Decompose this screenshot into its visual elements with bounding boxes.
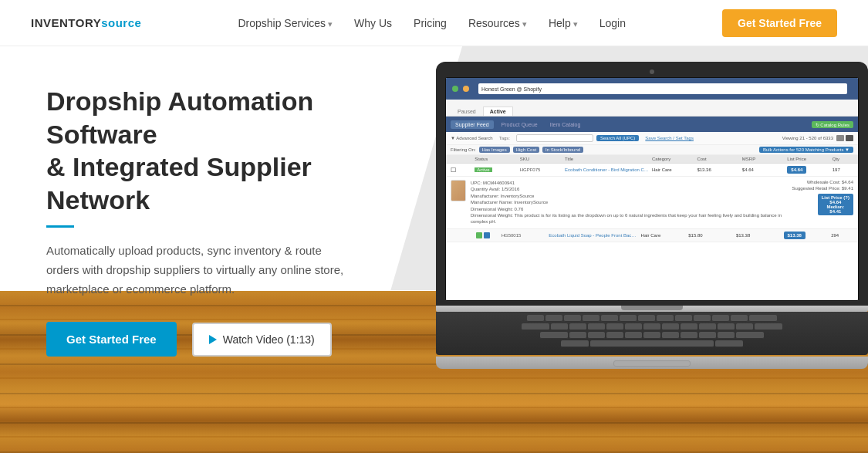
key — [583, 315, 599, 322]
screen-row2-icons — [476, 232, 498, 238]
key — [694, 315, 711, 322]
key — [540, 332, 568, 339]
nav-cta-button[interactable]: Get Started Free — [722, 9, 837, 37]
key — [522, 323, 549, 330]
laptop-touchpad — [613, 360, 691, 367]
screen-filtering-label: Filtering On: — [451, 147, 476, 152]
screen-product-image — [451, 180, 466, 201]
key — [718, 323, 735, 330]
screen-search-input[interactable] — [516, 134, 593, 142]
key — [755, 323, 782, 330]
key — [564, 315, 581, 322]
screen-product-upc-info: UPC: MCM44600941 Quantity Avail: 1/5/201… — [471, 180, 788, 225]
key — [675, 315, 692, 322]
key — [699, 323, 716, 330]
screen-col-title: Title — [565, 157, 649, 161]
screen-cell-qty: 197 — [833, 167, 853, 172]
key — [643, 323, 660, 330]
keyboard-row-3 — [451, 332, 853, 339]
key — [681, 332, 697, 339]
nav-link-dropship[interactable]: Dropship Services — [238, 17, 326, 29]
key — [662, 332, 679, 339]
key — [699, 332, 716, 339]
keyboard-row-4 — [451, 340, 853, 347]
nav-item-pricing[interactable]: Pricing — [414, 16, 447, 30]
screen-filter-badge-in-stock[interactable]: In Stock/Inbound — [542, 147, 583, 153]
screen-save-search-link[interactable]: Save Search / Set Tags — [645, 136, 694, 140]
screen-search-button[interactable]: Search All (UPC) — [596, 135, 639, 141]
key — [588, 323, 605, 330]
logo-inventory-text: INVENTORY — [31, 16, 101, 29]
screen-col-status: Status — [475, 157, 516, 161]
screen-filter-label: ▼ Advanced Search — [451, 136, 493, 140]
key — [620, 315, 637, 322]
key — [569, 332, 586, 339]
logo[interactable]: INVENTORYsource — [31, 16, 141, 29]
play-icon — [209, 335, 217, 344]
screen-tab-paused[interactable]: Paused — [451, 106, 483, 116]
watch-video-button[interactable]: Watch Video (1:13) — [192, 323, 332, 357]
screen-list-price-button[interactable]: $4.64 — [787, 166, 806, 174]
key — [625, 332, 642, 339]
laptop-keyboard — [436, 312, 868, 355]
nav-link-login[interactable]: Login — [599, 17, 626, 29]
screen-cell-category: Hair Care — [652, 167, 694, 172]
screen-list-view-icon[interactable] — [846, 135, 853, 141]
nav-item-login[interactable]: Login — [599, 16, 626, 30]
key — [712, 315, 729, 322]
key — [569, 323, 586, 330]
screen-filter-badge-high-cost[interactable]: High Cost — [513, 147, 539, 153]
key — [736, 332, 764, 339]
screen-product-price-panel: Wholesale Cost: $4.64 Suggested Retail P… — [792, 180, 853, 225]
laptop-camera — [650, 69, 654, 74]
screen-subtab-supplier-feed[interactable]: Supplier Feed — [451, 120, 494, 129]
screen-col-list-price: List Price — [787, 157, 829, 161]
window-minimize-dot — [463, 86, 469, 92]
screen-retail-label: Suggested Retail Price: $9.41 — [792, 186, 853, 191]
screen-tags-label: Tags: — [499, 136, 510, 140]
screen-col-sku: SKU — [520, 157, 562, 161]
screen-subtab-product-queue[interactable]: Product Queue — [497, 120, 542, 129]
screen-cell-cost: $13.36 — [697, 167, 738, 172]
key — [601, 315, 618, 322]
key — [749, 315, 777, 322]
screen-cell-check[interactable]: ☐ — [451, 167, 471, 174]
navbar: INVENTORYsource Dropship Services Why Us… — [0, 0, 868, 46]
get-started-button[interactable]: Get Started Free — [46, 322, 177, 357]
screen-tab-active[interactable]: Active — [483, 106, 513, 116]
key — [625, 323, 642, 330]
key-space — [590, 340, 714, 347]
nav-link-pricing[interactable]: Pricing — [414, 17, 447, 29]
nav-link-whyus[interactable]: Why Us — [354, 17, 392, 29]
watch-video-label: Watch Video (1:13) — [223, 333, 315, 346]
nav-item-resources[interactable]: Resources — [468, 16, 527, 30]
screen-col-category: Category — [652, 157, 694, 161]
screen-catalog-button[interactable]: ↻ Catalog Rules — [812, 121, 853, 128]
screen-row2-price-btn[interactable]: $13.38 — [784, 232, 806, 239]
laptop-hinge — [621, 306, 683, 310]
nav-link-resources[interactable]: Resources — [468, 17, 520, 29]
screen-cell-sku: HGPF075 — [520, 167, 562, 172]
screen-subtab-item-catalog[interactable]: Item Catalog — [545, 120, 586, 129]
laptop-screen: Honest Green @ Shopify Paused Active Sup… — [445, 77, 859, 301]
key — [606, 332, 623, 339]
screen-table-row: ☐ Active HGPF075 Ecobath Conditioner - B… — [446, 164, 858, 177]
key — [681, 323, 697, 330]
nav-item-dropship[interactable]: Dropship Services — [238, 16, 333, 30]
screen-col-msrp: MSRP — [742, 157, 784, 161]
screen-filter-badge-images[interactable]: Has Images — [479, 147, 510, 153]
nav-item-whyus[interactable]: Why Us — [354, 16, 392, 30]
screen-bulk-action-button[interactable]: Bulk Actions for 520 Matching Products ▼ — [759, 147, 853, 153]
screen-row2-icon2 — [484, 232, 490, 238]
hero-title: Dropship Automation Software & Integrate… — [46, 85, 355, 216]
key — [527, 315, 544, 322]
screen-right-toolbar: Viewing 21 - 520 of 6333 — [782, 135, 853, 141]
laptop-base-top — [436, 306, 868, 312]
nav-link-help[interactable]: Help — [549, 17, 571, 29]
key — [638, 315, 655, 322]
screen-listprice-panel-button[interactable]: List Price (?) $4.64 Median: $4.41 — [818, 194, 853, 215]
nav-item-help[interactable]: Help — [549, 16, 578, 30]
screen-filter-row: Filtering On: Has Images High Cost In St… — [446, 145, 858, 155]
screen-view-icons — [836, 135, 853, 141]
screen-grid-view-icon[interactable] — [836, 135, 844, 141]
